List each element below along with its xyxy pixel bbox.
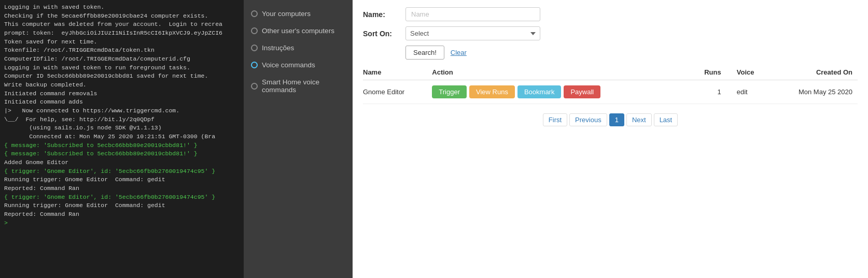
sidebar-item-label: Instruções: [262, 44, 294, 52]
col-header-voice: Voice: [737, 65, 771, 80]
sidebar-radio: [251, 45, 258, 51]
sidebar-item[interactable]: Other user's computers: [244, 22, 353, 39]
name-row: Name:: [363, 7, 858, 21]
sidebar-item[interactable]: Instruções: [244, 39, 353, 56]
terminal-panel: Logging in with saved token.Checking if …: [0, 0, 244, 278]
sort-select[interactable]: SelectNameRunsCreated On: [405, 26, 540, 40]
sidebar-radio: [251, 62, 258, 68]
table-header: NameActionRunsVoiceCreated On: [363, 65, 858, 80]
table-row: Gnome EditorTriggerView RunsBookmarkPayw…: [363, 80, 858, 104]
page-btn-first[interactable]: First: [543, 113, 567, 126]
page-btn-previous[interactable]: Previous: [569, 113, 607, 126]
sidebar-item-label: Your computers: [262, 10, 311, 18]
sidebar-item[interactable]: Voice commands: [244, 56, 353, 74]
sort-row: Sort On: SelectNameRunsCreated On: [363, 26, 858, 40]
paywall-button[interactable]: Paywall: [564, 85, 600, 98]
created-cell: Mon May 25 2020: [770, 80, 858, 104]
sidebar-radio: [251, 10, 258, 17]
sidebar-item-label: Voice commands: [262, 61, 315, 69]
sidebar-item-label: Smart Home voice commands: [262, 78, 345, 94]
action-cell: TriggerView RunsBookmarkPaywall: [432, 80, 689, 104]
clear-button[interactable]: Clear: [451, 49, 467, 56]
bookmark-button[interactable]: Bookmark: [517, 85, 562, 98]
page-btn-next[interactable]: Next: [626, 113, 652, 126]
sidebar-radio: [251, 27, 258, 34]
table-header-row: NameActionRunsVoiceCreated On: [363, 65, 858, 80]
name-input[interactable]: [405, 7, 540, 21]
col-header-runs: Runs: [689, 65, 736, 80]
command-name: Gnome Editor: [363, 80, 432, 104]
sidebar-item-label: Other user's computers: [262, 27, 334, 35]
col-header-name: Name: [363, 65, 432, 80]
search-button[interactable]: Search!: [405, 46, 444, 60]
main-content: Name: Sort On: SelectNameRunsCreated On …: [353, 0, 868, 278]
col-header-action: Action: [432, 65, 689, 80]
search-row: Search! Clear: [363, 46, 858, 60]
trigger-button[interactable]: Trigger: [432, 85, 467, 98]
voice-cell: edit: [737, 80, 771, 104]
runs-cell: 1: [689, 80, 736, 104]
view-runs-button[interactable]: View Runs: [469, 85, 515, 98]
page-btn-last[interactable]: Last: [654, 113, 678, 126]
col-header-created-on: Created On: [770, 65, 858, 80]
sidebar: Your computersOther user's computersInst…: [244, 0, 353, 278]
sidebar-item[interactable]: Your computers: [244, 5, 353, 22]
sidebar-radio: [251, 83, 258, 90]
page-btn-1[interactable]: 1: [609, 113, 624, 126]
pagination: FirstPrevious1NextLast: [363, 113, 858, 126]
table-body: Gnome EditorTriggerView RunsBookmarkPayw…: [363, 80, 858, 104]
sidebar-item[interactable]: Smart Home voice commands: [244, 74, 353, 98]
sort-label: Sort On:: [363, 30, 399, 38]
commands-table: NameActionRunsVoiceCreated On Gnome Edit…: [363, 65, 858, 104]
name-label: Name:: [363, 10, 399, 19]
